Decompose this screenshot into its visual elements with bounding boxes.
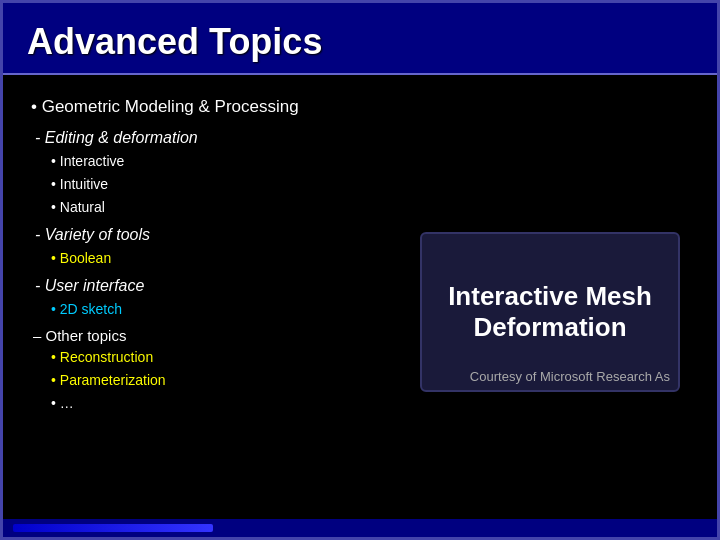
mesh-graphic: Interactive Mesh Deformation Courtesy of… bbox=[420, 232, 680, 392]
other-label: – Other topics bbox=[33, 327, 126, 344]
mesh-line2: Deformation bbox=[473, 312, 626, 343]
mesh-line1: Interactive Mesh bbox=[448, 281, 652, 312]
right-panel: Interactive Mesh Deformation Courtesy of… bbox=[383, 85, 717, 519]
main-bullet: • Geometric Modeling & Processing bbox=[31, 97, 367, 117]
item-interactive: Interactive bbox=[31, 151, 367, 172]
editing-heading: - Editing & deformation bbox=[31, 129, 367, 147]
item-ellipsis: … bbox=[31, 393, 367, 414]
item-reconstruction: Reconstruction bbox=[31, 347, 367, 368]
user-interface-label: - User interface bbox=[35, 277, 144, 294]
item-intuitive: Intuitive bbox=[31, 174, 367, 195]
item-boolean: Boolean bbox=[31, 248, 367, 269]
slide-title: Advanced Topics bbox=[27, 21, 322, 62]
content-area: • Geometric Modeling & Processing - Edit… bbox=[3, 75, 717, 519]
slide: Advanced Topics • Geometric Modeling & P… bbox=[0, 0, 720, 540]
left-panel: • Geometric Modeling & Processing - Edit… bbox=[3, 85, 383, 519]
bottom-accent bbox=[13, 524, 213, 532]
other-heading: – Other topics bbox=[31, 327, 367, 344]
item-parameterization: Parameterization bbox=[31, 370, 367, 391]
mesh-caption: Courtesy of Microsoft Research As bbox=[470, 369, 670, 384]
variety-label: - Variety of tools bbox=[35, 226, 150, 243]
bottom-bar bbox=[3, 519, 717, 537]
variety-heading: - Variety of tools bbox=[31, 226, 367, 244]
item-2dsketch: 2D sketch bbox=[31, 299, 367, 320]
title-bar: Advanced Topics bbox=[3, 3, 717, 75]
item-natural: Natural bbox=[31, 197, 367, 218]
editing-label: - Editing & deformation bbox=[35, 129, 198, 146]
user-interface-heading: - User interface bbox=[31, 277, 367, 295]
